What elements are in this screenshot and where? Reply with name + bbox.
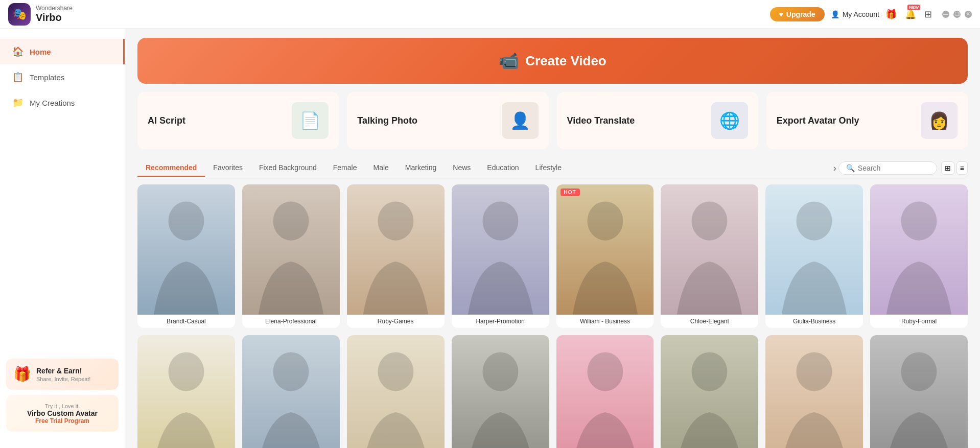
trial-line3: Free Trial Program — [13, 417, 111, 425]
avatar-card-john[interactable]: John-Marketer — [452, 335, 549, 449]
export-avatar-card[interactable]: Export Avatar Only 👩 — [766, 92, 968, 149]
tab-marketing[interactable]: Marketing — [397, 159, 445, 177]
avatar-card-noppon[interactable]: Noppon - Fitness — [870, 335, 968, 449]
avatar-img-harperna — [556, 335, 654, 449]
refer-earn-card[interactable]: 🎁 Refer & Earn! Share, Invite, Repeat! — [6, 359, 119, 390]
ai-script-card[interactable]: AI Script 📄 — [137, 92, 339, 149]
export-avatar-img: 👩 — [921, 102, 958, 139]
tab-education[interactable]: Education — [479, 159, 527, 177]
refer-card-title: Refer & Earn! — [36, 367, 90, 375]
svg-point-14 — [797, 352, 832, 391]
avatar-name-brandt: Brandt-Casual — [137, 315, 235, 328]
avatar-img-noppon — [870, 335, 968, 449]
avatar-figure-gabriel — [242, 335, 340, 449]
new-badge: NEW — [907, 5, 920, 10]
video-translate-label: Video Translate — [567, 115, 635, 126]
avatar-name-elena: Elena-Professional — [242, 315, 340, 328]
avatar-card-william[interactable]: HOT William - Business — [556, 184, 654, 328]
avatar-figure-giulia — [765, 184, 863, 315]
account-icon: 👤 — [831, 10, 839, 18]
svg-point-2 — [378, 201, 413, 240]
avatar-figure-harperna — [556, 335, 654, 449]
svg-point-10 — [378, 352, 413, 391]
refer-card-subtitle: Share, Invite, Repeat! — [36, 376, 90, 382]
search-input[interactable] — [858, 164, 929, 172]
window-controls: — ❐ ✕ — [942, 11, 972, 18]
video-translate-card[interactable]: Video Translate 🌐 — [557, 92, 758, 149]
my-account-button[interactable]: 👤 My Account — [831, 10, 879, 18]
tab-female[interactable]: Female — [325, 159, 365, 177]
list-view-button[interactable]: ≡ — [956, 161, 968, 175]
avatar-card-arjun[interactable]: Arjun - Araber — [137, 335, 235, 449]
avatar-card-harperna[interactable]: Harper - News Anchor — [556, 335, 654, 449]
ai-script-label: AI Script — [148, 115, 185, 126]
avatar-card-harper[interactable]: Harper-Promotion — [452, 184, 549, 328]
avatar-card-ruby2[interactable]: Ruby-Formal — [870, 184, 968, 328]
feature-cards: AI Script 📄 Talking Photo 👤 Video Transl… — [137, 92, 968, 149]
sidebar-item-home[interactable]: 🏠 Home — [0, 39, 125, 64]
avatar-figure-mina — [347, 335, 445, 449]
avatar-figure-ruby2 — [870, 184, 968, 315]
create-video-button[interactable]: 📹 Create Video — [499, 51, 606, 70]
avatar-card-mina[interactable]: Mina - Hanfu — [347, 335, 445, 449]
avatar-figure-noppon — [870, 335, 968, 449]
avatar-grid: Brandt-Casual Elena-Professional — [137, 184, 968, 448]
maximize-button[interactable]: ❐ — [953, 11, 961, 18]
avatar-img-elena — [242, 184, 340, 315]
sidebar-item-templates[interactable]: 📋 Templates — [0, 64, 125, 90]
tabs-chevron-right[interactable]: › — [831, 161, 838, 176]
talking-photo-card[interactable]: Talking Photo 👤 — [347, 92, 548, 149]
avatar-card-ruby[interactable]: Ruby-Games — [347, 184, 445, 328]
avatar-img-chloe — [661, 184, 758, 315]
svg-point-15 — [901, 352, 937, 391]
gift-icon[interactable]: 🎁 — [885, 9, 897, 20]
app-logo: 🎭 — [8, 3, 31, 26]
create-video-label: Create Video — [525, 53, 606, 69]
minimize-button[interactable]: — — [942, 11, 949, 18]
tab-favorites[interactable]: Favorites — [205, 159, 251, 177]
create-video-banner[interactable]: 📹 Create Video — [137, 38, 968, 84]
avatar-card-elena[interactable]: Elena-Professional — [242, 184, 340, 328]
tab-lifestyle[interactable]: Lifestyle — [527, 159, 570, 177]
avatar-img-ruby2 — [870, 184, 968, 315]
upgrade-button[interactable]: ♥ Upgrade — [770, 7, 825, 21]
trial-card[interactable]: Try it , Love it. Virbo Custom Avatar Fr… — [6, 395, 119, 432]
export-avatar-label: Export Avatar Only — [777, 115, 859, 126]
avatar-img-amara — [765, 335, 863, 449]
grid-icon[interactable]: ⊞ — [924, 9, 932, 20]
create-video-icon: 📹 — [499, 51, 519, 70]
content-area: 📹 Create Video AI Script 📄 Talking Photo… — [125, 29, 980, 448]
avatar-figure-amara — [765, 335, 863, 449]
grid-toggle-buttons: ⊞ ≡ — [941, 161, 968, 175]
avatar-img-brandt — [137, 184, 235, 315]
avatar-card-contee[interactable]: Contee-Leisure — [661, 335, 758, 449]
sidebar-item-my-creations[interactable]: 📁 My Creations — [0, 90, 125, 115]
title-bar-right: ♥ Upgrade 👤 My Account 🎁 🔔 NEW ⊞ — ❐ ✕ — [770, 7, 972, 21]
sidebar-bottom: 🎁 Refer & Earn! Share, Invite, Repeat! T… — [0, 352, 125, 438]
svg-point-0 — [168, 201, 204, 240]
avatar-name-harper: Harper-Promotion — [452, 315, 549, 328]
templates-icon: 📋 — [12, 72, 24, 83]
avatar-card-gabriel[interactable]: Gabriel-Business — [242, 335, 340, 449]
grid-view-button[interactable]: ⊞ — [941, 161, 954, 175]
close-button[interactable]: ✕ — [965, 11, 972, 18]
svg-point-12 — [587, 352, 623, 391]
notification-icon[interactable]: 🔔 NEW — [905, 9, 916, 20]
svg-point-3 — [482, 201, 518, 240]
avatar-figure-brandt — [137, 184, 235, 315]
tab-recommended[interactable]: Recommended — [137, 159, 205, 177]
tab-male[interactable]: Male — [365, 159, 396, 177]
avatar-card-brandt[interactable]: Brandt-Casual — [137, 184, 235, 328]
avatar-card-chloe[interactable]: Chloe-Elegant — [661, 184, 758, 328]
avatar-img-contee — [661, 335, 758, 449]
main-layout: 🏠 Home 📋 Templates 📁 My Creations 🎁 Refe… — [0, 29, 980, 448]
avatar-name-giulia: Giulia-Business — [765, 315, 863, 328]
svg-point-11 — [482, 352, 518, 391]
tab-fixed-background[interactable]: Fixed Background — [251, 159, 325, 177]
avatar-card-amara[interactable]: Amara - Traditional — [765, 335, 863, 449]
svg-point-9 — [273, 352, 309, 391]
tab-news[interactable]: News — [445, 159, 479, 177]
avatar-card-giulia[interactable]: Giulia-Business — [765, 184, 863, 328]
avatar-name-william: William - Business — [556, 315, 654, 328]
title-icons: 🎁 🔔 NEW ⊞ — [885, 9, 932, 20]
